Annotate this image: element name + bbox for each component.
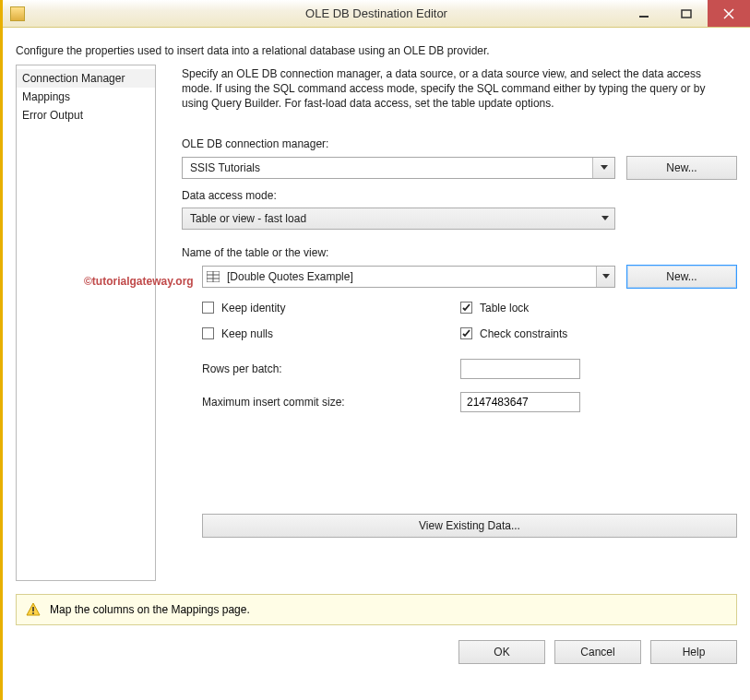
minimize-icon	[638, 8, 649, 19]
keep-nulls-label: Keep nulls	[221, 327, 273, 340]
table-name-combo[interactable]: [Double Quotes Example]	[202, 266, 615, 288]
checkbox-icon	[460, 327, 472, 339]
keep-nulls-checkbox[interactable]: Keep nulls	[202, 327, 460, 340]
close-icon	[723, 8, 734, 19]
maximize-icon	[681, 8, 692, 19]
conn-manager-combo[interactable]: SSIS Tutorials	[182, 157, 615, 179]
conn-manager-value: SSIS Tutorials	[183, 161, 592, 174]
max-commit-input[interactable]	[460, 392, 580, 412]
rows-per-batch-label: Rows per batch:	[202, 362, 460, 375]
svg-rect-1	[682, 10, 691, 18]
help-button[interactable]: Help	[650, 640, 737, 664]
table-name-label: Name of the table or the view:	[182, 246, 737, 259]
checkbox-icon	[202, 327, 214, 339]
sidebar-item-mappings[interactable]: Mappings	[17, 88, 155, 106]
ok-button[interactable]: OK	[458, 640, 545, 664]
status-message: Map the columns on the Mappings page.	[50, 603, 250, 616]
chevron-down-icon	[592, 158, 614, 178]
conn-manager-label: OLE DB connection manager:	[182, 137, 737, 150]
minimize-button[interactable]	[623, 0, 665, 27]
status-bar: Map the columns on the Mappings page.	[16, 594, 737, 625]
table-lock-label: Table lock	[480, 302, 529, 314]
max-commit-label: Maximum insert commit size:	[202, 396, 460, 409]
keep-identity-checkbox[interactable]: Keep identity	[202, 302, 460, 314]
close-button[interactable]	[708, 0, 750, 27]
check-constraints-checkbox[interactable]: Check constraints	[460, 327, 567, 340]
table-lock-checkbox[interactable]: Table lock	[460, 302, 567, 314]
app-icon	[10, 6, 25, 21]
chevron-down-icon	[596, 267, 614, 287]
check-constraints-label: Check constraints	[480, 327, 567, 340]
title-bar: OLE DB Destination Editor	[3, 0, 750, 28]
chevron-down-icon	[596, 208, 614, 229]
checkbox-icon	[202, 302, 214, 314]
maximize-button[interactable]	[665, 0, 708, 27]
sidebar: Connection Manager Mappings Error Output	[16, 65, 156, 581]
data-access-mode-combo[interactable]: Table or view - fast load	[182, 208, 615, 230]
table-name-value: [Double Quotes Example]	[220, 270, 596, 283]
dialog-buttons: OK Cancel Help	[3, 625, 750, 664]
rows-per-batch-input[interactable]	[460, 359, 580, 379]
warning-icon	[26, 602, 41, 617]
checkbox-icon	[460, 302, 472, 314]
sidebar-item-error-output[interactable]: Error Output	[17, 106, 155, 125]
table-icon	[207, 271, 220, 282]
keep-identity-label: Keep identity	[221, 302, 285, 314]
window-controls	[623, 0, 750, 27]
subtitle: Configure the properties used to insert …	[3, 28, 750, 65]
main-panel: ©tutorialgateway.org Specify an OLE DB c…	[156, 65, 737, 581]
data-access-mode-label: Data access mode:	[182, 189, 737, 202]
conn-manager-new-button[interactable]: New...	[626, 156, 737, 180]
view-existing-data-button[interactable]: View Existing Data...	[202, 514, 737, 538]
svg-point-10	[32, 612, 34, 614]
panel-description: Specify an OLE DB connection manager, a …	[182, 65, 737, 112]
cancel-button[interactable]: Cancel	[554, 640, 641, 664]
table-new-button[interactable]: New...	[626, 265, 737, 289]
sidebar-item-connection-manager[interactable]: Connection Manager	[17, 69, 155, 88]
data-access-mode-value: Table or view - fast load	[183, 212, 596, 225]
